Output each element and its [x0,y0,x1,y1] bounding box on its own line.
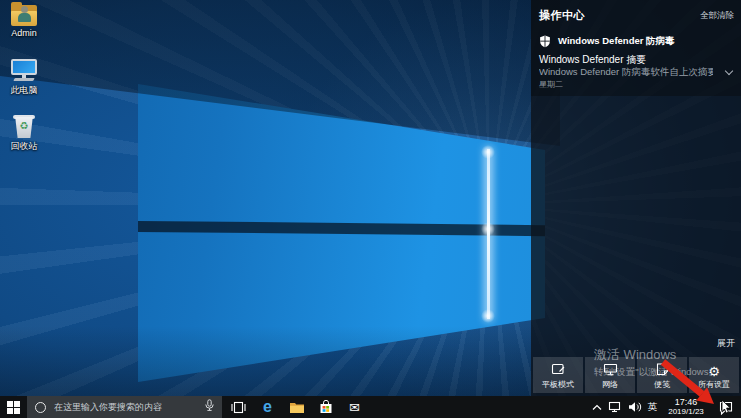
store-button[interactable] [311,396,340,418]
notification-body: Windows Defender 防病毒软件自上次摘要后: [539,66,713,79]
this-pc-icon [10,58,38,82]
start-button[interactable] [0,396,27,418]
notification-item[interactable]: Windows Defender 摘要 Windows Defender 防病毒… [531,49,741,91]
network-status-button[interactable] [608,401,623,413]
windows-desktop: Admin 此电脑 ♻ 回收站 操作中心 全部清除 Windows Defend… [0,0,741,418]
windows-start-icon [7,401,20,414]
desktop-icon-label: 回收站 [2,140,46,153]
notification-group-title: Windows Defender 防病毒 [558,35,675,48]
recycle-bin-icon: ♻ [10,114,38,138]
desktop-icon-admin[interactable]: Admin [2,2,46,38]
tray-time: 17:46 [663,398,709,407]
taskbar: e ✉ [0,396,741,418]
cortana-circle-icon [35,402,46,413]
microphone-icon[interactable] [204,398,215,416]
quick-action-label: 便笺 [637,379,687,390]
chevron-down-icon[interactable] [726,68,733,75]
action-center-tray-button[interactable] [714,400,738,415]
action-center-title: 操作中心 [539,8,585,23]
settings-gear-icon: ⚙ [689,362,739,380]
search-input[interactable] [46,402,204,412]
volume-button[interactable] [628,401,642,413]
desktop-icon-label: 此电脑 [2,84,46,97]
notification-title: Windows Defender 摘要 [539,53,646,67]
ime-indicator[interactable]: 英 [647,401,659,414]
desktop-icon-label: Admin [2,28,46,38]
system-tray: 英 17:46 2019/1/23 [591,396,741,418]
quick-action-label: 平板模式 [533,379,583,390]
edge-icon: e [263,399,272,415]
taskbar-app-icons: e ✉ [224,396,369,418]
clear-all-button[interactable]: 全部清除 [700,10,734,22]
notification-group-header: Windows Defender 防病毒 [539,35,675,48]
quick-action-tablet-mode[interactable]: 平板模式 [533,357,583,393]
task-view-icon [231,401,246,414]
notification-timestamp: 星期二 [539,79,563,90]
quick-action-label: 网络 [585,379,635,390]
action-center-icon [718,400,734,415]
taskbar-search[interactable] [27,396,222,418]
action-center-panel: 操作中心 全部清除 Windows Defender 防病毒 Windows D… [531,0,741,396]
tray-date: 2019/1/23 [663,407,709,416]
user-folder-icon [10,2,38,26]
show-hidden-icons-button[interactable] [591,402,603,412]
volume-icon [628,401,642,413]
mail-button[interactable]: ✉ [340,396,369,418]
desktop-icon-this-pc[interactable]: 此电脑 [2,58,46,97]
taskbar-clock[interactable]: 17:46 2019/1/23 [663,398,709,416]
quick-actions-row: 平板模式 网络 便笺 ⚙ 所有设置 [533,357,739,393]
store-icon [319,400,333,414]
action-center-header: 操作中心 全部清除 [531,0,741,28]
desktop-icon-recycle-bin[interactable]: ♻ 回收站 [2,114,46,153]
defender-shield-icon [539,35,551,48]
quick-action-all-settings[interactable]: ⚙ 所有设置 [689,357,739,393]
task-view-button[interactable] [224,396,253,418]
edge-button[interactable]: e [253,396,282,418]
quick-action-network[interactable]: 网络 [585,357,635,393]
quick-action-label: 所有设置 [689,379,739,390]
ethernet-icon [608,401,623,413]
file-explorer-icon [289,401,305,414]
quick-action-note[interactable]: 便笺 [637,357,687,393]
mail-icon: ✉ [349,401,360,414]
file-explorer-button[interactable] [282,396,311,418]
expand-link[interactable]: 展开 [717,337,735,350]
chevron-up-icon [591,402,603,412]
